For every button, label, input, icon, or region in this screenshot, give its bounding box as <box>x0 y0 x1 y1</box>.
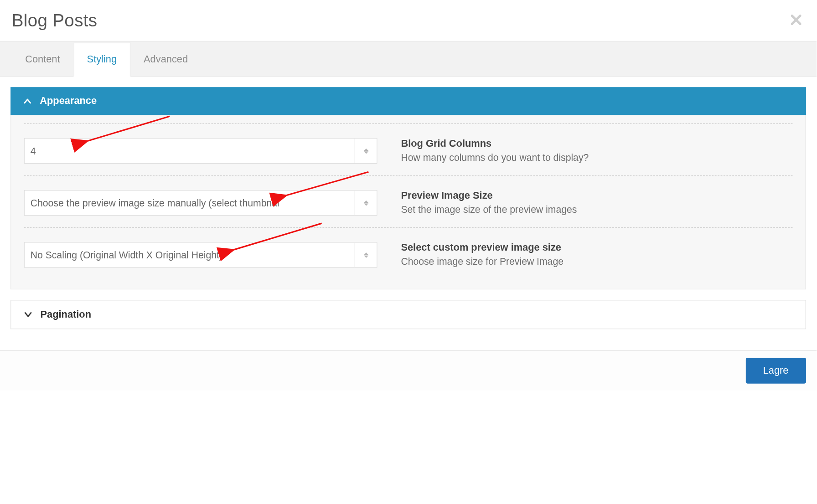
columns-select[interactable]: 4 <box>24 138 377 164</box>
custom-size-label: Select custom preview image size <box>401 242 792 254</box>
custom-size-description: Choose image size for Preview Image <box>401 256 792 267</box>
save-button[interactable]: Lagre <box>745 358 806 383</box>
preview-size-select[interactable]: Choose the preview image size manually (… <box>24 190 377 216</box>
chevron-down-icon <box>24 310 32 319</box>
sort-icon <box>355 139 377 163</box>
tab-content[interactable]: Content <box>12 43 73 76</box>
sort-icon <box>355 190 377 215</box>
columns-label: Blog Grid Columns <box>401 138 792 150</box>
modal-footer: Lagre <box>0 350 817 391</box>
tab-bar: Content Styling Advanced <box>0 41 817 77</box>
columns-select-value: 4 <box>31 145 36 156</box>
section-pagination-header[interactable]: Pagination <box>10 300 806 329</box>
columns-description: How many columns do you want to display? <box>401 152 792 163</box>
tab-advanced[interactable]: Advanced <box>130 43 202 76</box>
field-row-columns: 4 Blog Grid Columns How many columns do … <box>24 123 793 175</box>
modal-header: Blog Posts <box>0 0 817 41</box>
field-row-preview-size: Choose the preview image size manually (… <box>24 175 793 227</box>
modal-title: Blog Posts <box>12 10 98 31</box>
close-icon[interactable] <box>787 12 805 29</box>
tab-styling[interactable]: Styling <box>73 43 130 77</box>
preview-size-label: Preview Image Size <box>401 190 792 202</box>
section-appearance-body: 4 Blog Grid Columns How many columns do … <box>10 115 806 289</box>
settings-modal: Blog Posts Content Styling Advanced Appe… <box>0 0 817 391</box>
preview-size-select-value: Choose the preview image size manually (… <box>31 197 279 208</box>
modal-body: Appearance 4 Blog Grid Columns H <box>0 77 817 350</box>
field-row-custom-size: No Scaling (Original Width X Original He… <box>24 227 793 273</box>
section-appearance: Appearance 4 Blog Grid Columns H <box>10 87 806 289</box>
section-appearance-header[interactable]: Appearance <box>10 87 806 115</box>
chevron-up-icon <box>23 97 31 105</box>
custom-size-select[interactable]: No Scaling (Original Width X Original He… <box>24 242 377 267</box>
custom-size-select-value: No Scaling (Original Width X Original He… <box>31 249 222 260</box>
sort-icon <box>355 242 377 267</box>
section-pagination: Pagination <box>10 300 806 329</box>
section-appearance-title: Appearance <box>40 95 97 107</box>
section-pagination-title: Pagination <box>41 309 92 320</box>
preview-size-description: Set the image size of the preview images <box>401 204 792 215</box>
